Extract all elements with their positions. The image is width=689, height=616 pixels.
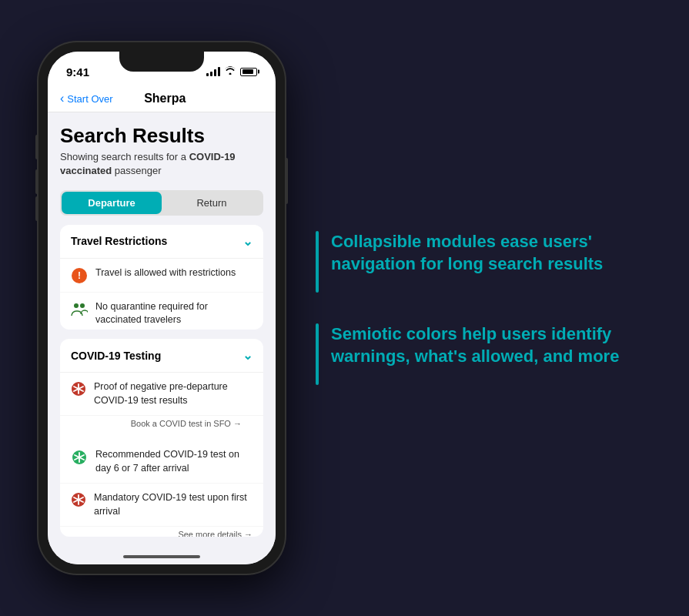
status-icons bbox=[206, 66, 257, 77]
side-item-1: Collapsible modules ease users' navigati… bbox=[316, 231, 666, 293]
side-content: Collapsible modules ease users' navigati… bbox=[316, 216, 666, 400]
travel-restrictions-card: Travel Restrictions ⌄ ! Travel is allowe… bbox=[60, 225, 263, 330]
return-tab[interactable]: Return bbox=[162, 192, 262, 214]
travel-restrictions-header[interactable]: Travel Restrictions ⌄ bbox=[60, 225, 263, 259]
back-chevron-icon: ‹ bbox=[60, 92, 64, 105]
see-more-link[interactable]: See more details → bbox=[60, 527, 263, 537]
asterisk-red-icon bbox=[71, 381, 86, 397]
notch bbox=[119, 52, 204, 72]
side-item-2: Semiotic colors help users identify warn… bbox=[316, 323, 666, 385]
book-test-link[interactable]: Book a COVID test in SFO → bbox=[60, 416, 263, 440]
phone-screen: 9:41 bbox=[48, 52, 276, 564]
collapse-chevron-icon: ⌄ bbox=[242, 234, 253, 249]
restriction-item-1: ! Travel is allowed with restrictions bbox=[60, 259, 263, 293]
signal-icon bbox=[206, 67, 220, 76]
back-button[interactable]: ‹ Start Over bbox=[60, 92, 113, 105]
covid-item-2: Recommended COVID-19 test on day 6 or 7 … bbox=[60, 440, 263, 484]
home-indicator bbox=[48, 549, 276, 564]
covid-item-3: Mandatory COVID-19 test upon first arriv… bbox=[60, 484, 263, 527]
svg-point-1 bbox=[80, 303, 85, 308]
see-more-text: See more details → bbox=[178, 530, 253, 537]
page-subtitle: Showing search results for a COVID-19 va… bbox=[60, 150, 263, 178]
side-bar-2 bbox=[316, 323, 319, 385]
phone-frame: 9:41 bbox=[38, 42, 285, 574]
battery-icon bbox=[240, 68, 257, 76]
covid-text-3: Mandatory COVID-19 test upon first arriv… bbox=[94, 491, 253, 518]
side-bar-1 bbox=[316, 231, 319, 293]
covid-text-1: Proof of negative pre-departure COVID-19… bbox=[94, 380, 253, 407]
nav-bar: ‹ Start Over Sherpa bbox=[48, 85, 276, 112]
home-bar bbox=[123, 555, 200, 558]
content-area: Search Results Showing search results fo… bbox=[48, 112, 276, 549]
travel-restrictions-title: Travel Restrictions bbox=[71, 235, 167, 247]
restriction-text-2: No quarantine required for vaccinated tr… bbox=[95, 300, 253, 327]
nav-title: Sherpa bbox=[144, 92, 186, 105]
asterisk-red2-icon bbox=[71, 492, 86, 507]
svg-point-0 bbox=[74, 303, 79, 308]
page-header: Search Results Showing search results fo… bbox=[60, 125, 263, 178]
restriction-item-2: No quarantine required for vaccinated tr… bbox=[60, 293, 263, 330]
scene: 9:41 bbox=[0, 0, 689, 616]
covid-testing-title: COVID-19 Testing bbox=[71, 350, 161, 362]
covid-collapse-chevron-icon: ⌄ bbox=[242, 348, 253, 363]
covid-item-1: Proof of negative pre-departure COVID-19… bbox=[60, 373, 263, 416]
back-label: Start Over bbox=[67, 93, 112, 105]
asterisk-green-icon bbox=[71, 449, 88, 466]
restriction-text-1: Travel is allowed with restrictions bbox=[95, 266, 253, 280]
covid-testing-header[interactable]: COVID-19 Testing ⌄ bbox=[60, 339, 263, 373]
status-time: 9:41 bbox=[66, 65, 89, 79]
covid-testing-card: COVID-19 Testing ⌄ bbox=[60, 339, 263, 537]
side-text-1: Collapsible modules ease users' navigati… bbox=[331, 231, 666, 275]
covid-text-2: Recommended COVID-19 test on day 6 or 7 … bbox=[95, 448, 253, 475]
departure-tab[interactable]: Departure bbox=[62, 192, 162, 214]
side-text-2: Semiotic colors help users identify warn… bbox=[331, 323, 666, 367]
persons-icon bbox=[71, 301, 88, 318]
warning-icon: ! bbox=[71, 267, 88, 284]
segmented-control[interactable]: Departure Return bbox=[60, 190, 263, 216]
wifi-icon bbox=[225, 66, 236, 77]
page-title: Search Results bbox=[60, 125, 263, 147]
